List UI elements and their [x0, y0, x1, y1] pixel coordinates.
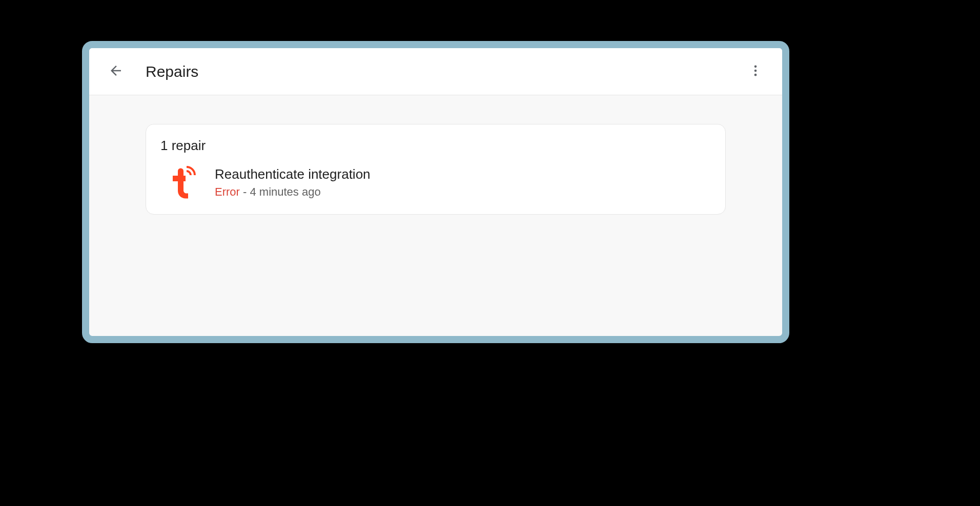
repair-text: Reauthenticate integration Error - 4 min…: [215, 166, 371, 199]
repair-item[interactable]: Reauthenticate integration Error - 4 min…: [160, 165, 711, 200]
repair-meta: Error - 4 minutes ago: [215, 185, 371, 199]
arrow-left-icon: [108, 63, 124, 80]
more-vert-icon: [748, 64, 763, 80]
repair-time: 4 minutes ago: [250, 185, 320, 198]
svg-point-0: [754, 65, 757, 68]
more-button[interactable]: [743, 59, 768, 84]
repair-title: Reauthenticate integration: [215, 166, 371, 182]
content-area: 1 repair Reauthenticate integrat: [89, 95, 782, 336]
card-title: 1 repair: [160, 138, 711, 154]
repairs-window: Repairs 1 repair: [82, 41, 789, 343]
back-button[interactable]: [104, 59, 128, 84]
svg-point-1: [754, 69, 757, 72]
repair-status: Error: [215, 185, 240, 198]
repairs-card: 1 repair Reauthenticate integrat: [146, 124, 726, 215]
repair-separator: -: [240, 185, 250, 198]
tuya-icon: [165, 165, 199, 200]
header: Repairs: [89, 48, 782, 95]
svg-point-2: [754, 73, 757, 76]
page-title: Repairs: [146, 63, 198, 80]
